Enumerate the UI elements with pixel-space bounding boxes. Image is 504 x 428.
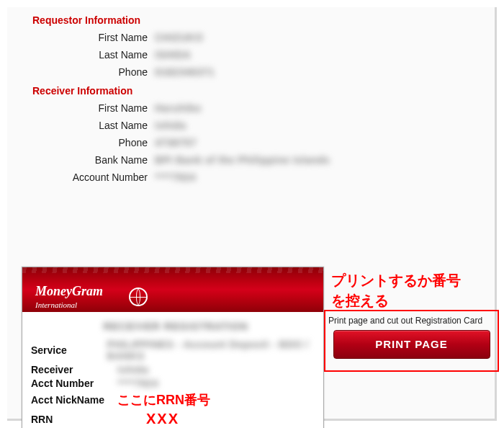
receiver-bank-value: BPI Bank of the Philippine Islands: [155, 154, 330, 166]
receiver-last-name-label: Last Name: [7, 120, 155, 131]
card-acct-label: Acct Number: [31, 378, 117, 389]
card-nick-label: Acct NickName: [31, 394, 117, 406]
card-receiver-label: Receiver: [31, 364, 117, 375]
print-box: Print page and cut out Registration Card…: [324, 310, 499, 372]
card-acct-value: ****7924: [117, 378, 158, 389]
registration-card: MoneyGram International RECEIVER REGISTR…: [22, 267, 324, 428]
receiver-acct-value: ****7924: [155, 171, 196, 183]
receiver-acct-label: Account Number: [7, 171, 155, 183]
card-rrn-label: RRN: [31, 414, 117, 425]
receiver-phone-label: Phone: [7, 137, 155, 148]
card-service-value: PHILIPPINES - Account Deposit - BDO / BA…: [107, 339, 320, 362]
card-body: RECEIVER REGISTRATION Service PHILIPPINE…: [22, 312, 323, 428]
receiver-bank-label: Bank Name: [7, 154, 155, 166]
requestor-last-name-value: ISHIDA: [155, 49, 191, 61]
brand-sub: International: [35, 300, 77, 309]
receiver-section-title: Receiver Information: [32, 85, 495, 97]
receiver-phone-value: 4738757: [155, 137, 197, 148]
card-receiver-value: Ishida: [117, 364, 148, 375]
requestor-first-name-value: CHIZUKO: [155, 32, 203, 43]
receiver-first-name-label: First Name: [7, 102, 155, 114]
annotation-rrn-placeholder: XXX: [117, 411, 179, 427]
annotation-line1: プリントするか番号: [331, 272, 461, 288]
requestor-phone-label: Phone: [7, 66, 155, 78]
receiver-first-name-value: Haruhiko: [155, 102, 202, 114]
card-banner: MoneyGram International: [22, 267, 323, 312]
annotation-rrn-here: ここにRRN番号: [117, 391, 210, 409]
print-caption: Print page and cut out Registration Card: [328, 316, 495, 326]
print-page-button[interactable]: PRINT PAGE: [333, 330, 490, 359]
form-panel: Requestor Information First Name CHIZUKO…: [7, 7, 497, 421]
requestor-section-title: Requestor Information: [32, 14, 495, 26]
card-service-label: Service: [31, 344, 107, 356]
annotation-print-note: プリントするか番号 を控える: [331, 270, 500, 311]
requestor-last-name-label: Last Name: [7, 49, 155, 61]
requestor-phone-value: 0182346371: [155, 66, 215, 78]
card-heading: RECEIVER REGISTRATION: [31, 318, 320, 336]
globe-icon: [129, 287, 148, 306]
requestor-first-name-label: First Name: [7, 32, 155, 43]
brand-name: MoneyGram: [35, 284, 103, 299]
annotation-line2: を控える: [331, 293, 389, 308]
receiver-last-name-value: Ishida: [155, 120, 186, 131]
